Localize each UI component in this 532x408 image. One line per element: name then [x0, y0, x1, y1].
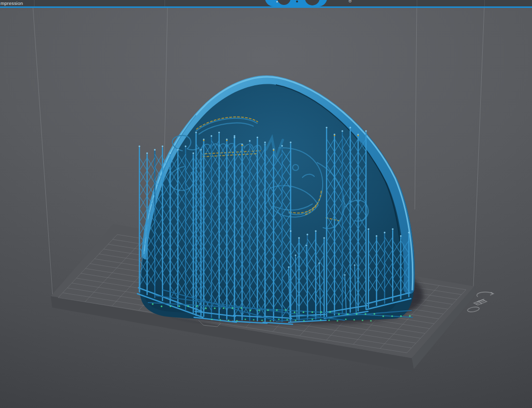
button-icon-dot	[296, 0, 298, 2]
grid-icon[interactable]	[474, 299, 487, 305]
toolbar: mpression ⚙	[0, 0, 532, 8]
gear-icon[interactable]: ⚙	[348, 0, 352, 3]
toolbar-separator	[484, 0, 485, 6]
toolbar-separator	[34, 0, 34, 6]
button-icon-dot	[276, 1, 278, 2]
viewport-3d[interactable]	[0, 0, 532, 408]
rotate-icon[interactable]	[477, 292, 494, 297]
ellipse-icon[interactable]	[467, 306, 479, 312]
toolbar-separator	[165, 0, 165, 6]
toolbar-label: mpression	[0, 0, 23, 6]
application-window: mpression ⚙	[0, 0, 532, 408]
toolbar-separator	[417, 0, 417, 6]
